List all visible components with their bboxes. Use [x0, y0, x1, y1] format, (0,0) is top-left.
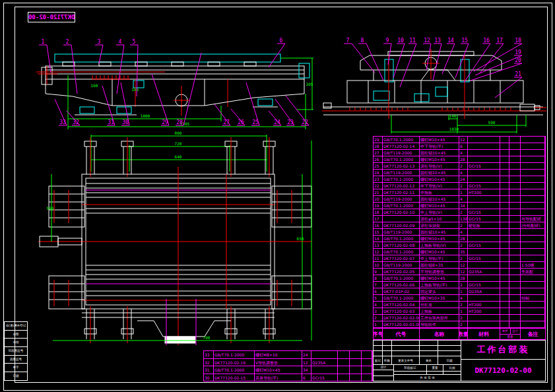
label-designer: 设计: [374, 365, 393, 370]
balloon-leader: [269, 44, 285, 67]
balloon-32: 32: [73, 119, 79, 125]
mirrored-drawing-number: DK77120-02-00: [28, 14, 75, 20]
balloon-21: 21: [515, 71, 521, 77]
table-row: 9DK77120-02-05平导轨调整垫12Q235A先装配: [374, 269, 545, 275]
table-row: 4DK77120-02-04丝杠座2HT200: [374, 302, 545, 308]
label-count: 处数: [383, 356, 392, 364]
balloon-4: 4: [119, 39, 122, 45]
table-row: 29GB/T70.1-2000螺钉M10×4512: [374, 137, 545, 143]
table-row: 3DK77120-02-03上拖板1HT200: [374, 308, 545, 315]
bom-header-material: 材料: [468, 329, 500, 339]
label-weight: 重量: [427, 365, 443, 371]
balloon-5: 5: [133, 39, 136, 45]
balloon-leader: [152, 74, 169, 125]
revision-row: [374, 351, 461, 356]
table-row: 旧底图总号: [5, 347, 27, 356]
balloon-28: 28: [176, 119, 183, 125]
label-scale: 比例: [443, 365, 461, 371]
dim-label: 560: [47, 206, 54, 211]
bom-extra-table: 33GB/T70.1-2000螺钉M8×102432DK77120-02-16V…: [203, 350, 373, 381]
table-row: 32DK77120-02-16V导轨调整垫12Q235A: [204, 359, 372, 367]
balloon-12: 12: [424, 38, 430, 44]
table-row: 14GB/T70.1-2000螺钉M10×4528: [374, 236, 545, 242]
balloon-leader: [423, 44, 431, 70]
balloon-3: 3: [98, 39, 101, 45]
table-row: 26GB/T70.1-2000螺钉M10×4528: [374, 156, 545, 163]
dim-label: 165: [132, 87, 139, 92]
revision-row: [374, 341, 461, 346]
bom-header-qty: 数量: [459, 329, 468, 339]
corner-block: 借(通)用件登记描图描校旧底图总号底图总号签字日期: [4, 321, 28, 381]
balloon-leader: [464, 44, 490, 82]
bom-header-unit: 单件: [500, 329, 511, 334]
balloon-24: 24: [274, 119, 280, 125]
table-row: 10GB/T119-2000圆柱销8×35121:50锥: [374, 262, 545, 269]
balloon-6: 6: [280, 38, 283, 44]
view-plan: 800 720 640: [38, 131, 315, 350]
balloon-10: 10: [397, 38, 404, 44]
dim-label: 790: [203, 335, 211, 340]
table-row: 31GB/T70.1-2000螺钉M10×4534: [204, 366, 372, 374]
title-block: 标记 处数 更改文件号 签名 日期 设计 阶段标记 重量 比例: [373, 340, 546, 381]
table-row: 7DK77120-02-06上拖板导轨(平)2GCr15: [374, 282, 545, 288]
balloon-leader: [393, 44, 405, 78]
balloon-16: 16: [483, 38, 490, 44]
dim-label: 140: [449, 114, 457, 118]
label-mark: 标记: [374, 356, 383, 364]
balloon-2: 2: [66, 39, 69, 45]
table-row: 28DK77120-02-14中下导轨(平)6: [374, 143, 545, 150]
balloon-7: 7: [346, 38, 350, 44]
table-row: 22DK77120-02-12中下导轨(V)2GCr15: [374, 183, 545, 189]
table-row: 17滚柱φ5×10138GCr15与导轨配研: [374, 216, 545, 222]
table-row: 27GB/T119-2000圆柱销10×454: [374, 150, 545, 156]
table-row: 12GB/T70.1-2000螺钉M10×4535: [374, 249, 545, 255]
table-row: 16DK77120-02-09滚柱保持架2硬铝板(分组配研): [374, 222, 545, 229]
table-row: 33GB/T70.1-2000螺钉M8×1024: [204, 351, 372, 359]
balloon-leader: [214, 104, 230, 125]
table-row: 20GB/T119-2000圆柱销10×454: [374, 196, 545, 203]
table-row: 1DK77120-02-01.00导轨组件2: [374, 321, 545, 328]
dim-label: 590: [488, 120, 496, 125]
table-row: 21DK77120-02-11中拖板1HT200: [374, 189, 545, 196]
balloon-leader: [176, 53, 201, 125]
dim-label: 1000: [141, 114, 150, 118]
balloon-30: 30: [122, 119, 129, 125]
drawing-number: DK77120-02-00: [461, 360, 545, 381]
front-balloons-top: 123456: [39, 38, 285, 96]
bom-header-name: 名称: [420, 329, 459, 339]
drawing-title: 工作台部装: [461, 341, 545, 360]
balloon-leader: [63, 45, 77, 94]
title-block-name-area: 工作台部装 DK77120-02-00: [461, 341, 545, 381]
table-row: 6DK77-01P-02固定梁头1Q235A: [374, 288, 545, 295]
bom-header-weight-group: 单件 总计 重量: [500, 329, 521, 339]
table-row: 15GB/T119-2000圆柱销10×454: [374, 229, 545, 236]
balloon-18: 18: [515, 38, 521, 44]
dim-label: 305: [306, 82, 313, 86]
revision-row: [374, 346, 461, 351]
revision-label-row: 标记 处数 更改文件号 签名 日期: [374, 356, 461, 365]
mirrored-drawing-number-box: DK77120-02-00: [28, 12, 75, 22]
dim-label: 800: [175, 131, 182, 135]
table-row: 30DK77120-02-15床身导轨(平)6GCr15: [204, 374, 372, 382]
balloon-leader: [344, 44, 375, 73]
table-row: 借(通)用件登记: [5, 322, 27, 331]
balloon-8: 8: [361, 38, 364, 44]
balloon-13: 13: [434, 38, 441, 44]
cad-viewport[interactable]: DK77120-02-00: [0, 0, 555, 392]
balloon-15: 15: [461, 38, 468, 44]
dim-label: 1030: [449, 127, 459, 131]
table-row: 描校: [5, 339, 27, 347]
balloon-11: 11: [409, 38, 416, 44]
title-block-roles: 设计: [374, 365, 394, 381]
table-row: 2DK77120-02-02.00工作台纵向部件2: [374, 315, 545, 321]
balloon-leader: [433, 44, 441, 81]
dim-label: 640: [175, 154, 182, 159]
balloon-leader: [358, 44, 383, 81]
label-stage-mark: 阶段标记: [394, 365, 427, 371]
table-row: 13DK77120-02-08上拖板导轨(V)2GCr15: [374, 242, 545, 249]
bom-header-no: 序号: [374, 329, 383, 339]
table-row: 25DK77120-02-13滚柱导轨(V)2GCr15: [374, 163, 545, 170]
table-row: 底图总号: [5, 356, 27, 364]
bom-header-row: 序号 代号 名称 数量 材料 单件 总计 重量 备注: [373, 328, 546, 340]
title-block-revision-area: 标记 处数 更改文件号 签名 日期 设计 阶段标记 重量 比例: [374, 341, 461, 381]
